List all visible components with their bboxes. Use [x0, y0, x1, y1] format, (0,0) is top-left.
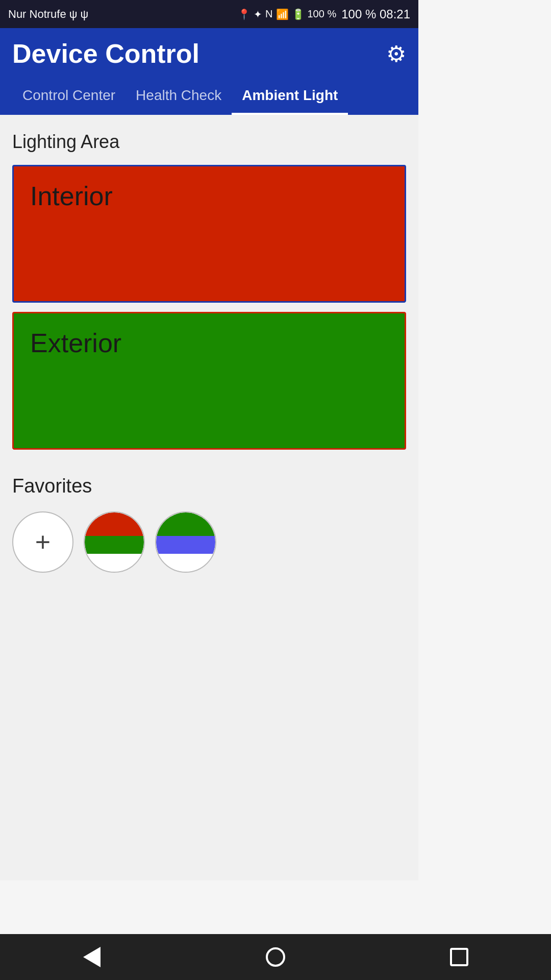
back-triangle-icon — [83, 947, 101, 967]
fav1-color-mid — [85, 536, 144, 554]
status-bar: Nur Notrufe ψ ψ 📍 ✦ N 📶 🔋 100 % 100 % 08… — [0, 0, 418, 28]
tab-control-center[interactable]: Control Center — [12, 81, 126, 115]
favorite-2-colors — [156, 512, 215, 572]
lighting-cards: Interior Exterior — [12, 165, 406, 450]
favorite-item-1[interactable] — [84, 511, 145, 573]
battery-icon: 🔋 — [292, 8, 305, 20]
status-text-left: Nur Notrufe ψ ψ — [8, 8, 88, 21]
location-icon: 📍 — [238, 8, 251, 20]
status-bar-left: Nur Notrufe ψ ψ — [8, 8, 88, 21]
tab-bar: Control Center Health Check Ambient Ligh… — [12, 81, 406, 115]
tab-health-check[interactable]: Health Check — [126, 81, 232, 115]
fav1-color-bot — [85, 554, 144, 572]
back-button[interactable] — [71, 937, 112, 977]
home-button[interactable] — [255, 937, 296, 977]
favorites-list: + — [12, 511, 406, 573]
lighting-area-title: Lighting Area — [12, 131, 406, 153]
header-top: Device Control ⚙ — [12, 38, 406, 81]
interior-card[interactable]: Interior — [12, 165, 406, 303]
nfc-icon: N — [265, 8, 272, 20]
interior-label: Interior — [14, 166, 405, 226]
favorites-section: Favorites + — [12, 475, 406, 573]
favorite-1-colors — [85, 512, 144, 572]
favorite-item-2[interactable] — [155, 511, 216, 573]
plus-icon: + — [35, 527, 51, 557]
fav2-color-top — [156, 512, 215, 536]
home-circle-icon — [266, 947, 285, 967]
fav2-color-mid — [156, 536, 215, 554]
fav1-color-top — [85, 512, 144, 536]
tab-ambient-light[interactable]: Ambient Light — [232, 81, 348, 115]
favorites-title: Favorites — [12, 475, 406, 497]
fav2-color-bot — [156, 554, 215, 572]
add-favorite-button[interactable]: + — [12, 511, 73, 573]
lighting-area-section: Lighting Area Interior Exterior — [12, 131, 406, 450]
exterior-card[interactable]: Exterior — [12, 312, 406, 450]
settings-icon[interactable]: ⚙ — [386, 41, 406, 67]
bottom-nav — [0, 934, 418, 980]
bluetooth-icon: ✦ — [254, 8, 262, 20]
app-header: Device Control ⚙ Control Center Health C… — [0, 28, 418, 115]
time: 100 % 08:21 — [341, 7, 410, 21]
battery-percent: 100 % — [308, 8, 337, 20]
status-bar-right: 📍 ✦ N 📶 🔋 100 % 100 % 08:21 — [238, 7, 410, 21]
page-title: Device Control — [12, 38, 199, 69]
exterior-label: Exterior — [14, 313, 405, 373]
wifi-icon: 📶 — [276, 8, 289, 20]
main-content: Lighting Area Interior Exterior Favorite… — [0, 115, 418, 880]
